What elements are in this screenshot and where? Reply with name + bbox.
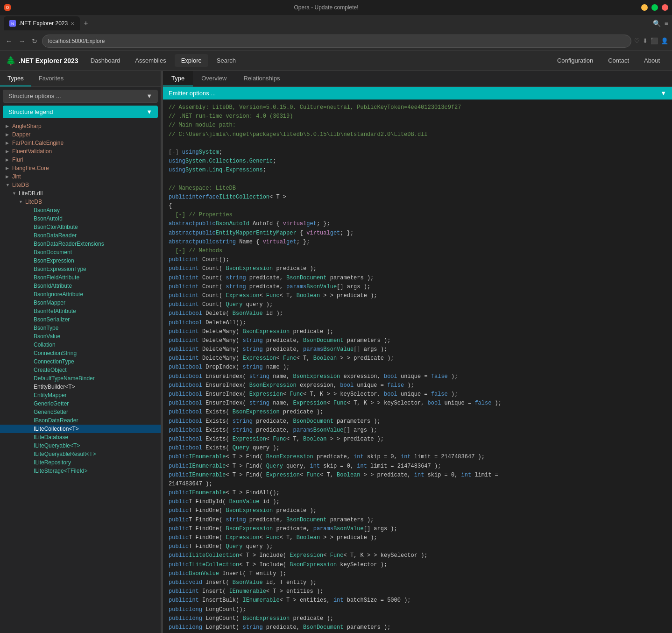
- tree-item[interactable]: ConnectionType: [0, 357, 161, 366]
- tree-item-label: BsonSerializer: [34, 316, 70, 323]
- content-tab-relationships[interactable]: Relationships: [235, 71, 288, 86]
- tree-item[interactable]: IBsonDataReader: [0, 416, 161, 425]
- content-tabs: Type Overview Relationships: [163, 71, 672, 87]
- tree-item[interactable]: BsonArray: [0, 206, 161, 214]
- tree-item-label: BsonExpression: [34, 257, 74, 264]
- sidebar: Types Favorites Structure options ... ▼ …: [0, 71, 161, 633]
- content-tab-overview[interactable]: Overview: [193, 71, 235, 86]
- tree-item[interactable]: BsonRefAttribute: [0, 307, 161, 315]
- code-line: {: [169, 202, 666, 211]
- nav-explore[interactable]: Explore: [175, 54, 208, 67]
- bookmark-icon[interactable]: ♡: [634, 37, 640, 44]
- emitter-label: Emitter options ...: [169, 90, 216, 97]
- tree-item[interactable]: ConnectionString: [0, 349, 161, 357]
- tree-item-label: FarPoint.CalcEngine: [12, 140, 64, 146]
- tree-item[interactable]: ▼LiteDB: [0, 181, 161, 189]
- tree-item-label: BsonDataReaderExtensions: [34, 241, 104, 247]
- tree-item[interactable]: BsonDataReaderExtensions: [0, 240, 161, 248]
- tree-item[interactable]: BsonExpression: [0, 256, 161, 265]
- tree-item[interactable]: EntityMapper: [0, 391, 161, 399]
- nav-contact[interactable]: Contact: [601, 54, 636, 67]
- tree-item-label: CreateObject: [34, 367, 67, 373]
- tree-item[interactable]: EntityBuilder<T>: [0, 383, 161, 391]
- tree-item-label: GenericGetter: [34, 400, 69, 407]
- code-line: public bool Exists( Query query );: [169, 444, 666, 453]
- structure-options-dropdown[interactable]: Structure options ... ▼: [3, 90, 158, 103]
- code-area[interactable]: // Assembly: LiteDB, Version=5.0.15.0, C…: [163, 100, 672, 633]
- tree-item[interactable]: ▼LiteDB: [0, 198, 161, 206]
- tree-item[interactable]: BsonFieldAttribute: [0, 273, 161, 282]
- code-line: public IEnumerable< T > FindAll();: [169, 489, 666, 498]
- tree-item-label: BsonRefAttribute: [34, 308, 76, 314]
- tree-item[interactable]: ▶FluentValidation: [0, 147, 161, 156]
- code-line: public T FindOne( BsonExpression predica…: [169, 506, 666, 515]
- content-tab-type[interactable]: Type: [163, 71, 193, 86]
- tree-arrow-icon: ▶: [6, 157, 10, 162]
- tree-item[interactable]: ▶Jint: [0, 172, 161, 181]
- tree-item[interactable]: BsonDataReader: [0, 231, 161, 240]
- code-line: public bool EnsureIndex( Expression< Fun…: [169, 390, 666, 399]
- tree-item[interactable]: BsonCtorAttribute: [0, 223, 161, 231]
- tab-close-button[interactable]: ✕: [71, 21, 74, 26]
- emitter-bar[interactable]: Emitter options ... ▼: [163, 87, 672, 100]
- tree-item-label: BsonIgnoreAttribute: [34, 291, 83, 298]
- tree-item[interactable]: BsonMapper: [0, 299, 161, 307]
- tree-item[interactable]: ▶FarPoint.CalcEngine: [0, 139, 161, 147]
- tree-item[interactable]: ▶Flurl: [0, 156, 161, 164]
- tree-item[interactable]: ILiteCollection<T>: [0, 425, 161, 433]
- structure-legend-header[interactable]: Structure legend ▼: [3, 106, 158, 118]
- tree-item[interactable]: GenericSetter: [0, 408, 161, 416]
- tree-item[interactable]: BsonIdAttribute: [0, 282, 161, 290]
- tree-item[interactable]: ILiteDatabase: [0, 433, 161, 441]
- tree-item-label: ConnectionString: [34, 350, 77, 356]
- sidebar-tabs: Types Favorites: [0, 71, 161, 87]
- maximize-button[interactable]: [651, 4, 658, 11]
- code-line: public ILiteCollection< T > Include( Bso…: [169, 561, 666, 569]
- nav-dashboard[interactable]: Dashboard: [84, 54, 127, 67]
- tree-item[interactable]: GenericGetter: [0, 399, 161, 408]
- tree-item[interactable]: ILiteRepository: [0, 458, 161, 467]
- tree-item[interactable]: BsonSerializer: [0, 315, 161, 324]
- tree-item[interactable]: ILiteQueryableResult<T>: [0, 450, 161, 458]
- back-button[interactable]: ←: [4, 36, 14, 46]
- download-icon[interactable]: ⬇: [643, 37, 648, 44]
- reload-button[interactable]: ↻: [30, 36, 39, 46]
- tree-item-label: ILiteQueryable<T>: [34, 442, 80, 449]
- minimize-button[interactable]: [641, 4, 648, 11]
- forward-button[interactable]: →: [17, 36, 27, 46]
- tree-item[interactable]: DefaultTypeNameBinder: [0, 374, 161, 383]
- address-input[interactable]: [42, 35, 631, 48]
- tree-item[interactable]: ▶AngleSharp: [0, 122, 161, 130]
- new-tab-button[interactable]: +: [82, 19, 90, 28]
- tree-item[interactable]: ILiteStorage<TFileId>: [0, 467, 161, 475]
- tree-item[interactable]: ▼LiteDB.dll: [0, 189, 161, 198]
- tree-item[interactable]: ▶HangFire.Core: [0, 164, 161, 172]
- tree-item[interactable]: BsonExpressionType: [0, 265, 161, 273]
- browser-tab-active[interactable]: N .NET Explorer 2023 ✕: [4, 16, 80, 30]
- tree-item-label: ILiteDatabase: [34, 434, 68, 441]
- tree-item[interactable]: CreateObject: [0, 366, 161, 374]
- nav-about[interactable]: About: [637, 54, 666, 67]
- tree-item[interactable]: BsonValue: [0, 332, 161, 341]
- sidebar-tab-types[interactable]: Types: [0, 71, 31, 86]
- menu-icon[interactable]: ≡: [665, 20, 668, 27]
- nav-assemblies[interactable]: Assemblies: [128, 54, 172, 67]
- app-logo: 🌲 .NET Explorer 2023: [6, 56, 78, 66]
- nav-search[interactable]: Search: [210, 54, 242, 67]
- tree-item[interactable]: BsonAutoId: [0, 214, 161, 223]
- tree-item[interactable]: ILiteQueryable<T>: [0, 441, 161, 450]
- tree-item[interactable]: Collation: [0, 341, 161, 349]
- tree-item[interactable]: BsonType: [0, 324, 161, 332]
- profile-icon[interactable]: 👤: [661, 37, 668, 44]
- tree-item[interactable]: BsonIgnoreAttribute: [0, 290, 161, 299]
- code-line: public int Count( Expression< Func< T, B…: [169, 292, 666, 300]
- close-button[interactable]: [662, 4, 668, 11]
- sidebar-tab-favorites[interactable]: Favorites: [31, 71, 71, 86]
- tree-item[interactable]: ▶Dapper: [0, 130, 161, 139]
- search-icon[interactable]: 🔍: [653, 20, 661, 27]
- tree-list: ▶AngleSharp▶Dapper▶FarPoint.CalcEngine▶F…: [0, 120, 161, 633]
- nav-configuration[interactable]: Configuration: [551, 54, 600, 67]
- tree-item[interactable]: BsonDocument: [0, 248, 161, 256]
- extensions-icon[interactable]: ⬛: [651, 37, 658, 44]
- code-line: [169, 175, 666, 184]
